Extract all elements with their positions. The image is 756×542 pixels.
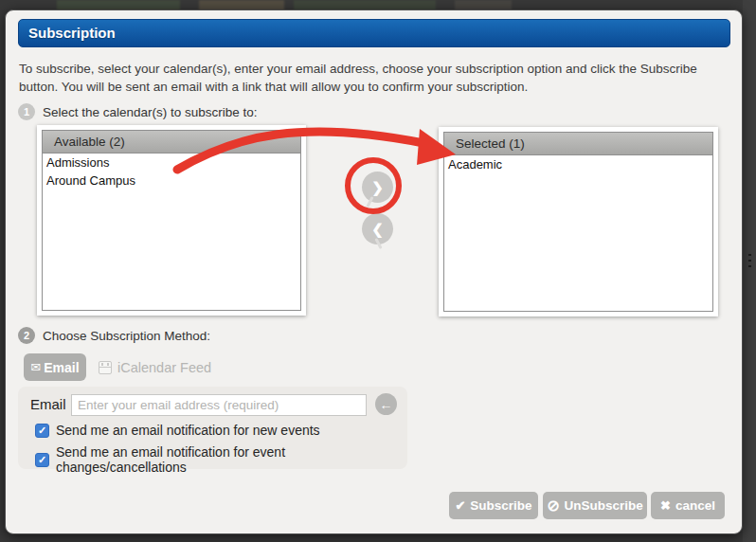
email-method-label: Email bbox=[44, 360, 79, 375]
subscription-dialog: Subscription To subscribe, select your c… bbox=[5, 9, 743, 534]
available-listbox: Available (2) Admissions Around Campus bbox=[37, 125, 306, 316]
changes-checkbox-label: Send me an email notification for event … bbox=[56, 444, 407, 475]
envelope-icon: ✉ bbox=[30, 360, 41, 374]
email-panel: Email ← ✓ Send me an email notification … bbox=[18, 387, 407, 469]
move-to-selected-button[interactable]: ❯ bbox=[362, 172, 393, 203]
subscribe-button-label: Subscribe bbox=[470, 498, 531, 513]
background-dot bbox=[748, 265, 751, 267]
new-events-check-row: ✓ Send me an email notification for new … bbox=[35, 423, 320, 438]
intro-text: To subscribe, select your calendar(s), e… bbox=[19, 60, 735, 96]
selected-list-items[interactable]: Academic bbox=[444, 155, 712, 311]
clear-email-button[interactable]: ← bbox=[375, 393, 397, 415]
email-method-button[interactable]: ✉ Email bbox=[24, 353, 86, 381]
selected-list-header: Selected (1) bbox=[444, 133, 712, 155]
new-events-checkbox[interactable]: ✓ bbox=[35, 424, 49, 438]
list-item-around-campus[interactable]: Around Campus bbox=[43, 172, 300, 190]
available-list-header: Available (2) bbox=[43, 131, 300, 154]
calendar-icon bbox=[99, 361, 112, 374]
step-1-label: Select the calendar(s) to subscribe to: bbox=[43, 105, 258, 119]
cross-icon: ✖ bbox=[660, 498, 671, 513]
chevron-left-icon: ❮ bbox=[371, 221, 384, 238]
background-dot bbox=[748, 260, 751, 262]
changes-check-row: ✓ Send me an email notification for even… bbox=[35, 444, 407, 475]
unsubscribe-button-label: UnSubscribe bbox=[565, 498, 643, 513]
block-icon: ⊘ bbox=[547, 497, 559, 515]
email-input[interactable] bbox=[71, 394, 367, 416]
step-1-badge: 1 bbox=[18, 103, 35, 120]
cancel-button[interactable]: ✖ cancel bbox=[651, 492, 725, 519]
unsubscribe-button[interactable]: ⊘ UnSubscribe bbox=[543, 492, 647, 519]
step-2-badge: 2 bbox=[18, 327, 35, 344]
email-field-label: Email bbox=[30, 396, 66, 412]
icalendar-method-button[interactable]: iCalendar Feed bbox=[99, 353, 211, 381]
available-list-items[interactable]: Admissions Around Campus bbox=[43, 154, 300, 310]
background-right-strip bbox=[743, 0, 756, 542]
selected-listbox-inner: Selected (1) Academic bbox=[443, 132, 713, 312]
cancel-button-label: cancel bbox=[675, 498, 715, 513]
subscribe-button[interactable]: ✔ Subscribe bbox=[449, 492, 538, 519]
step-2-label: Choose Subscription Method: bbox=[43, 329, 210, 343]
new-events-checkbox-label: Send me an email notification for new ev… bbox=[56, 423, 320, 438]
selected-listbox: Selected (1) Academic bbox=[439, 127, 718, 316]
step-1-row: 1 Select the calendar(s) to subscribe to… bbox=[18, 103, 258, 120]
list-item-academic[interactable]: Academic bbox=[444, 155, 712, 173]
dialog-title: Subscription bbox=[18, 19, 730, 47]
changes-checkbox[interactable]: ✓ bbox=[35, 453, 49, 467]
back-arrow-icon: ← bbox=[380, 397, 393, 412]
step-2-row: 2 Choose Subscription Method: bbox=[18, 327, 210, 344]
chevron-right-icon: ❯ bbox=[371, 179, 384, 196]
background-dot bbox=[748, 254, 751, 256]
icalendar-method-label: iCalendar Feed bbox=[117, 360, 211, 375]
available-listbox-inner: Available (2) Admissions Around Campus bbox=[42, 130, 301, 311]
list-item-admissions[interactable]: Admissions bbox=[43, 154, 300, 172]
check-icon: ✔ bbox=[455, 498, 465, 513]
